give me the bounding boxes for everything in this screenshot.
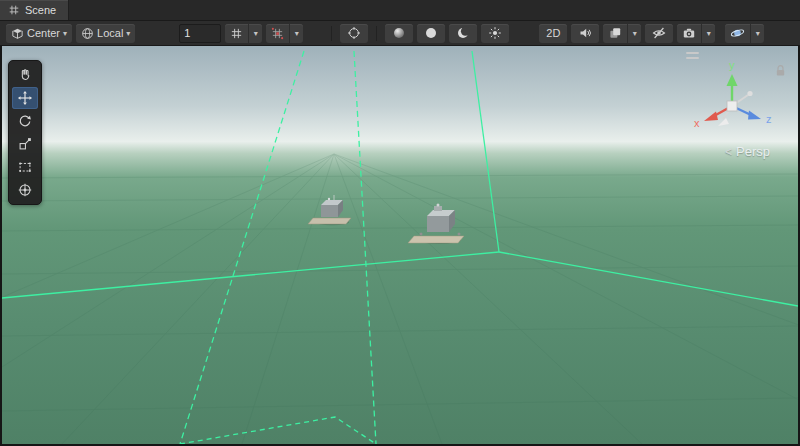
axis-z-label: z	[766, 113, 772, 125]
toolbar-separator	[376, 26, 377, 41]
crescent-icon	[456, 26, 470, 40]
effects-button[interactable]	[603, 24, 627, 43]
scene-viewport[interactable]: y x z < Persp	[2, 46, 798, 444]
chevron-down-icon: ▾	[63, 29, 67, 38]
shaded-sphere-icon	[392, 26, 406, 40]
grid-snap-icon	[230, 27, 243, 40]
scale-tool-button[interactable]	[12, 133, 38, 155]
scene-window: Scene Center ▾ Local ▾	[0, 0, 800, 446]
axis-gizmo[interactable]: y x z	[674, 58, 784, 150]
eye-slash-icon	[652, 26, 666, 40]
axis-y-label: y	[729, 59, 735, 71]
mode-2d-label: 2D	[546, 27, 560, 39]
tab-scene[interactable]: Scene	[0, 0, 69, 20]
gizmo-position-toggle[interactable]	[340, 24, 368, 43]
axis-neg-x[interactable]	[747, 91, 752, 96]
scale-icon	[17, 136, 33, 152]
toolbar-separator	[331, 26, 332, 41]
skybox-toggle[interactable]	[449, 24, 477, 43]
gizmos-button[interactable]	[725, 24, 750, 43]
orientation-dropdown[interactable]: Local ▾	[76, 24, 135, 43]
axis-z-cone[interactable]	[748, 111, 761, 120]
grid-snap-dropdown[interactable]: ▾	[249, 24, 262, 43]
axis-y-cone[interactable]	[727, 74, 738, 86]
shading-mode-toggle[interactable]	[385, 24, 413, 43]
rect-tool-button[interactable]	[12, 156, 38, 178]
grid-visibility-split-button: ▾	[225, 24, 262, 43]
effects-split-button: ▾	[603, 24, 641, 43]
grid-snap-button[interactable]	[225, 24, 248, 43]
scene-toolbar: Center ▾ Local ▾ ▾	[0, 21, 800, 46]
audio-toggle[interactable]	[571, 24, 599, 43]
sun-icon	[488, 26, 502, 40]
camera-icon	[682, 26, 696, 40]
rect-icon	[17, 159, 33, 175]
sphere-icon	[424, 26, 438, 40]
collapse-arrow-icon: <	[725, 145, 732, 159]
grid-tab-icon	[8, 4, 20, 16]
transform-icon	[17, 182, 33, 198]
platform-small[interactable]	[308, 195, 351, 225]
tool-palette	[8, 60, 42, 205]
speaker-icon	[578, 26, 592, 40]
gizmos-dropdown[interactable]: ▾	[751, 24, 764, 43]
mode-2d-toggle[interactable]: 2D	[539, 24, 567, 43]
lock-icon[interactable]	[775, 64, 786, 77]
orientation-label: Local	[97, 27, 123, 39]
platform-large[interactable]	[408, 204, 464, 245]
ground-grid	[2, 154, 798, 444]
camera-settings-button[interactable]	[677, 24, 701, 43]
camera-split-button: ▾	[677, 24, 715, 43]
cube-icon	[11, 27, 24, 40]
axis-x-label: x	[694, 117, 700, 129]
axis-x-cone[interactable]	[704, 112, 718, 122]
tab-label: Scene	[25, 4, 56, 16]
grid-size-input[interactable]	[179, 24, 221, 43]
tab-bar: Scene	[0, 0, 800, 21]
camera-dropdown[interactable]: ▾	[702, 24, 715, 43]
rotate-icon	[17, 113, 33, 129]
crosshair-icon	[347, 26, 361, 40]
orbit-icon	[730, 26, 745, 40]
lighting-toggle[interactable]	[417, 24, 445, 43]
pivot-mode-dropdown[interactable]: Center ▾	[6, 24, 72, 43]
scene-visibility-toggle[interactable]	[645, 24, 673, 43]
flare-toggle[interactable]	[481, 24, 509, 43]
move-icon	[17, 90, 33, 106]
axis-center-cube[interactable]	[727, 101, 737, 111]
increment-snap-dropdown[interactable]: ▾	[290, 24, 303, 43]
projection-toggle[interactable]: < Persp	[725, 144, 770, 159]
increment-snap-split-button: ▾	[266, 24, 303, 43]
rotate-tool-button[interactable]	[12, 110, 38, 132]
pivot-label: Center	[27, 27, 60, 39]
effects-icon	[608, 26, 622, 40]
increment-snap-icon	[271, 27, 284, 40]
hand-icon	[17, 67, 33, 83]
increment-snap-button[interactable]	[266, 24, 289, 43]
chevron-down-icon: ▾	[126, 29, 130, 38]
move-tool-button[interactable]	[12, 87, 38, 109]
hand-tool-button[interactable]	[12, 64, 38, 86]
gizmos-split-button: ▾	[725, 24, 764, 43]
effects-dropdown[interactable]: ▾	[628, 24, 641, 43]
projection-label: Persp	[736, 144, 770, 159]
globe-icon	[81, 27, 94, 40]
transform-tool-button[interactable]	[12, 179, 38, 201]
